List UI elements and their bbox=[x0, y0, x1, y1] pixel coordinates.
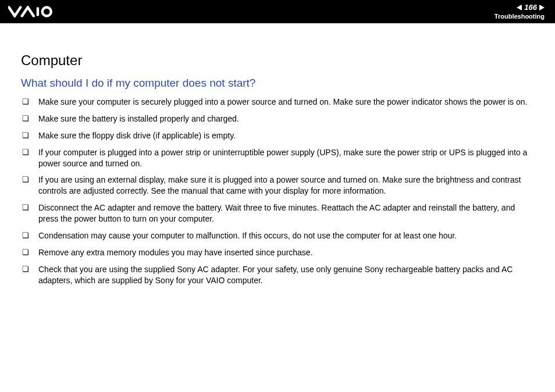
vaio-logo-svg bbox=[8, 6, 66, 17]
list-item: If you are using an external display, ma… bbox=[21, 174, 536, 197]
list-item: Disconnect the AC adapter and remove the… bbox=[21, 202, 536, 224]
list-item: Check that you are using the supplied So… bbox=[21, 264, 536, 286]
list-item: Condensation may cause your computer to … bbox=[21, 230, 536, 241]
next-page-icon[interactable] bbox=[539, 5, 545, 10]
header-bar: 166 Troubleshooting bbox=[0, 0, 555, 23]
svg-rect-0 bbox=[37, 8, 39, 16]
page-number: 166 bbox=[524, 3, 537, 12]
list-item: Remove any extra memory modules you may … bbox=[21, 247, 536, 258]
troubleshoot-list: Make sure your computer is securely plug… bbox=[21, 97, 536, 286]
list-item: Make sure the floppy disk drive (if appl… bbox=[21, 130, 536, 141]
section-label: Troubleshooting bbox=[494, 13, 545, 20]
svg-point-1 bbox=[42, 8, 51, 16]
page-title: Computer bbox=[21, 52, 536, 69]
header-right: 166 Troubleshooting bbox=[494, 3, 545, 19]
prev-page-icon[interactable] bbox=[517, 5, 522, 10]
vaio-logo bbox=[8, 6, 66, 17]
list-item: If your computer is plugged into a power… bbox=[21, 147, 536, 169]
list-item: Make sure the battery is installed prope… bbox=[21, 113, 536, 124]
list-item: Make sure your computer is securely plug… bbox=[21, 97, 536, 108]
page-root: 166 Troubleshooting Computer What should… bbox=[0, 0, 555, 392]
question-heading: What should I do if my computer does not… bbox=[21, 77, 536, 90]
page-nav: 166 bbox=[494, 3, 545, 12]
content-area: Computer What should I do if my computer… bbox=[0, 23, 555, 292]
